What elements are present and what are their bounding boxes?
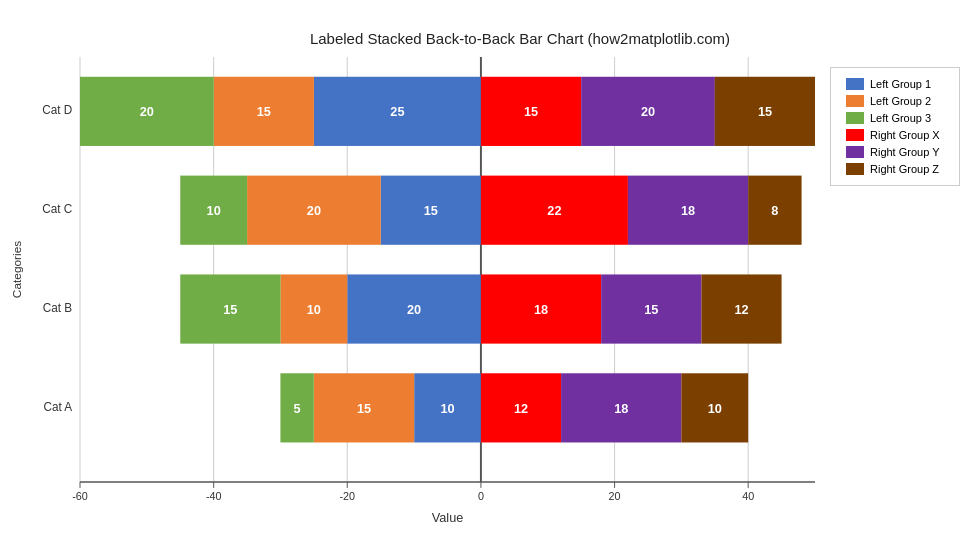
svg-text:15: 15 — [223, 302, 237, 317]
legend: Left Group 1 Left Group 2 Left Group 3 R… — [830, 67, 960, 186]
svg-text:20: 20 — [641, 104, 655, 119]
legend-item-right-group-y: Right Group Y — [846, 146, 944, 158]
svg-text:Cat D: Cat D — [42, 103, 72, 117]
chart-container: Labeled Stacked Back-to-Back Bar Chart (… — [0, 0, 980, 560]
legend-label-right-group-x: Right Group X — [870, 129, 940, 141]
svg-text:18: 18 — [534, 302, 548, 317]
svg-text:8: 8 — [771, 203, 778, 218]
svg-text:22: 22 — [547, 203, 561, 218]
svg-text:15: 15 — [424, 203, 438, 218]
svg-text:Value: Value — [432, 509, 464, 524]
legend-item-left-group-3: Left Group 3 — [846, 112, 944, 124]
legend-label-left-group-2: Left Group 2 — [870, 95, 931, 107]
svg-text:15: 15 — [644, 302, 658, 317]
svg-text:Cat C: Cat C — [42, 202, 73, 216]
svg-text:-20: -20 — [339, 490, 355, 502]
svg-text:20: 20 — [307, 203, 321, 218]
legend-item-left-group-2: Left Group 2 — [846, 95, 944, 107]
svg-text:25: 25 — [390, 104, 404, 119]
svg-text:Cat A: Cat A — [43, 400, 72, 414]
svg-text:18: 18 — [681, 203, 695, 218]
svg-text:15: 15 — [524, 104, 538, 119]
legend-swatch-right-group-x — [846, 129, 864, 141]
legend-swatch-right-group-y — [846, 146, 864, 158]
legend-item-left-group-1: Left Group 1 — [846, 78, 944, 90]
svg-text:20: 20 — [140, 104, 154, 119]
svg-text:10: 10 — [207, 203, 221, 218]
svg-text:Cat B: Cat B — [43, 301, 73, 315]
svg-text:5: 5 — [294, 401, 301, 416]
svg-text:15: 15 — [257, 104, 271, 119]
legend-label-left-group-3: Left Group 3 — [870, 112, 931, 124]
svg-text:20: 20 — [609, 490, 621, 502]
svg-text:12: 12 — [514, 401, 528, 416]
svg-text:15: 15 — [758, 104, 772, 119]
svg-text:10: 10 — [440, 401, 454, 416]
legend-swatch-left-group-1 — [846, 78, 864, 90]
legend-label-right-group-y: Right Group Y — [870, 146, 940, 158]
svg-text:15: 15 — [357, 401, 371, 416]
svg-text:Categories: Categories — [10, 241, 24, 298]
plot-area: 25 15 20 15 20 15 — [80, 57, 815, 482]
legend-swatch-left-group-3 — [846, 112, 864, 124]
legend-swatch-right-group-z — [846, 163, 864, 175]
svg-text:10: 10 — [708, 401, 722, 416]
svg-text:0: 0 — [478, 490, 484, 502]
svg-text:20: 20 — [407, 302, 421, 317]
svg-text:40: 40 — [742, 490, 754, 502]
svg-text:10: 10 — [307, 302, 321, 317]
chart-title: Labeled Stacked Back-to-Back Bar Chart (… — [80, 30, 960, 47]
svg-text:-60: -60 — [72, 490, 88, 502]
legend-item-right-group-x: Right Group X — [846, 129, 944, 141]
legend-label-right-group-z: Right Group Z — [870, 163, 939, 175]
svg-text:12: 12 — [734, 302, 748, 317]
legend-item-right-group-z: Right Group Z — [846, 163, 944, 175]
svg-text:18: 18 — [614, 401, 628, 416]
legend-swatch-left-group-2 — [846, 95, 864, 107]
legend-label-left-group-1: Left Group 1 — [870, 78, 931, 90]
svg-text:-40: -40 — [206, 490, 222, 502]
